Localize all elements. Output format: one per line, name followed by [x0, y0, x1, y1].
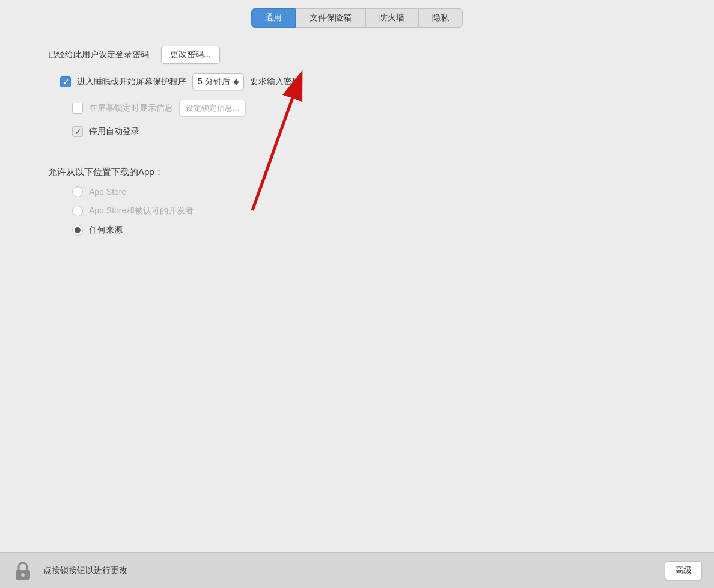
auto-login-checkbox[interactable]	[72, 126, 83, 137]
set-lock-info-button[interactable]: 设定锁定信息...	[179, 100, 246, 117]
auto-login-row: 停用自动登录	[36, 126, 678, 137]
screen-lock-label: 在屏幕锁定时显示信息	[89, 103, 173, 114]
auto-login-label: 停用自动登录	[89, 126, 139, 137]
dropdown-arrows	[234, 79, 239, 85]
change-password-button[interactable]: 更改密码...	[161, 46, 220, 64]
app-store-radio[interactable]	[72, 186, 83, 197]
main-content: 已经给此用户设定登录密码 更改密码... 进入睡眠或开始屏幕保护程序 5 分钟后…	[0, 28, 714, 552]
require-password-label: 要求输入密码	[250, 76, 301, 87]
radio-row-app-store-dev: App Store和被认可的开发者	[48, 206, 678, 216]
password-label: 已经给此用户设定登录密码	[48, 49, 149, 60]
bottom-label: 点按锁按钮以进行更改	[43, 565, 655, 576]
settings-window: 通用 文件保险箱 防火墙 隐私 已经给此用户设定登录密码 更改密码... 进入睡…	[0, 0, 714, 588]
tab-privacy[interactable]: 隐私	[418, 8, 463, 28]
tab-firewall[interactable]: 防火墙	[365, 8, 418, 28]
arrow-up-icon	[234, 79, 239, 82]
dropdown-value: 5 分钟后	[198, 76, 230, 87]
app-download-section: 允许从以下位置下载的App： App Store App Store和被认可的开…	[36, 167, 678, 236]
svg-point-3	[21, 573, 25, 577]
time-dropdown[interactable]: 5 分钟后	[192, 73, 244, 90]
app-section-title: 允许从以下位置下载的App：	[48, 167, 678, 178]
section-divider	[36, 152, 678, 152]
any-source-radio[interactable]	[72, 225, 83, 236]
password-section: 已经给此用户设定登录密码 更改密码... 进入睡眠或开始屏幕保护程序 5 分钟后…	[36, 46, 678, 137]
radio-row-any: 任何来源	[48, 225, 678, 236]
screen-lock-checkbox[interactable]	[72, 103, 83, 114]
radio-row-app-store: App Store	[48, 186, 678, 197]
sleep-checkbox[interactable]	[60, 76, 71, 87]
any-source-label: 任何来源	[89, 225, 123, 236]
tab-bar: 通用 文件保险箱 防火墙 隐私	[0, 0, 714, 28]
password-row: 已经给此用户设定登录密码 更改密码...	[36, 46, 678, 64]
advanced-button[interactable]: 高级	[665, 561, 702, 580]
sleep-row: 进入睡眠或开始屏幕保护程序 5 分钟后 要求输入密码	[36, 73, 678, 90]
tab-general[interactable]: 通用	[251, 8, 296, 28]
lock-icon	[12, 560, 34, 581]
bottom-bar: 点按锁按钮以进行更改 高级	[0, 552, 714, 588]
app-store-dev-label: App Store和被认可的开发者	[89, 206, 194, 216]
arrow-down-icon	[234, 82, 239, 85]
app-store-dev-radio[interactable]	[72, 206, 83, 216]
screen-lock-row: 在屏幕锁定时显示信息 设定锁定信息...	[36, 100, 678, 117]
tab-filevault[interactable]: 文件保险箱	[296, 8, 365, 28]
app-store-label: App Store	[89, 187, 126, 197]
sleep-label: 进入睡眠或开始屏幕保护程序	[77, 76, 186, 87]
